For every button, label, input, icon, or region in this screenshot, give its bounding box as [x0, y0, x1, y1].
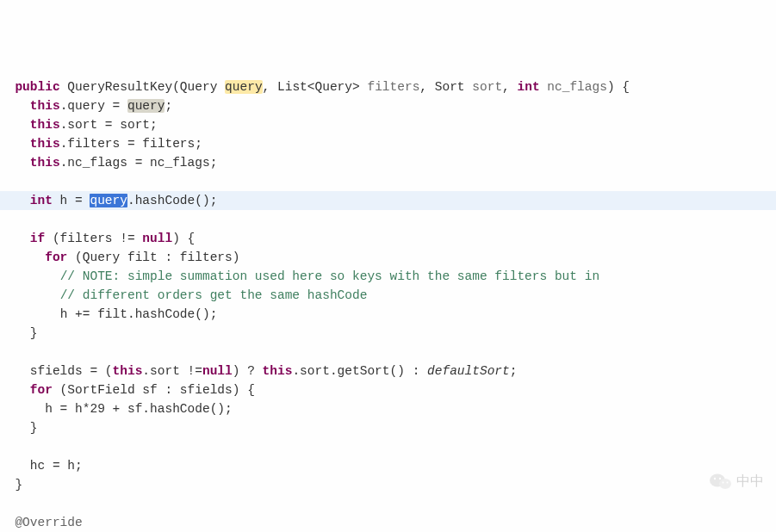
code-line: }: [0, 326, 38, 340]
code-line: [0, 497, 8, 510]
code-line: this.query = query;: [0, 99, 172, 113]
code-line: for (SortField sf : sfields) {: [0, 383, 255, 397]
code-line: this.nc_flags = nc_flags;: [0, 156, 217, 170]
code-line: [0, 175, 8, 189]
svg-point-4: [723, 482, 724, 484]
code-line: if (filters != null) {: [0, 232, 195, 245]
watermark-text: 中中: [736, 472, 764, 491]
code-line: public QueryResultKey(Query query, List<…: [0, 80, 630, 94]
code-line: this.sort = sort;: [0, 118, 158, 132]
code-line: @Override: [0, 516, 83, 529]
wechat-icon: [709, 472, 733, 491]
current-line: int h = query.hashCode();: [0, 191, 776, 210]
comment: // NOTE: simple summation used here so k…: [60, 269, 600, 283]
annotation: @Override: [15, 516, 82, 529]
code-line: }: [0, 421, 38, 435]
svg-point-2: [714, 478, 716, 479]
code-line: this.filters = filters;: [0, 137, 202, 151]
code-line: sfields = (this.sort !=null) ? this.sort…: [0, 364, 517, 378]
code-editor[interactable]: public QueryResultKey(Query query, List<…: [0, 77, 776, 532]
code-line: }: [0, 478, 22, 492]
code-line: for (Query filt : filters): [0, 251, 239, 264]
comment: // different orders get the same hashCod…: [60, 288, 368, 302]
code-line: [0, 213, 8, 226]
code-line: h = h*29 + sf.hashCode();: [0, 402, 233, 416]
svg-point-1: [719, 479, 731, 489]
code-line: hc = h;: [0, 459, 83, 473]
highlight-occurrence: query: [127, 99, 165, 113]
highlight-match: query: [225, 80, 263, 94]
code-line: // different orders get the same hashCod…: [0, 288, 367, 302]
selection: query: [90, 194, 127, 207]
code-line: [0, 345, 8, 359]
svg-point-3: [719, 478, 721, 479]
code-line: h += filt.hashCode();: [0, 307, 217, 321]
watermark: 中中: [709, 472, 764, 491]
code-line: [0, 440, 8, 454]
code-line: // NOTE: simple summation used here so k…: [0, 269, 599, 283]
svg-point-5: [727, 482, 729, 484]
